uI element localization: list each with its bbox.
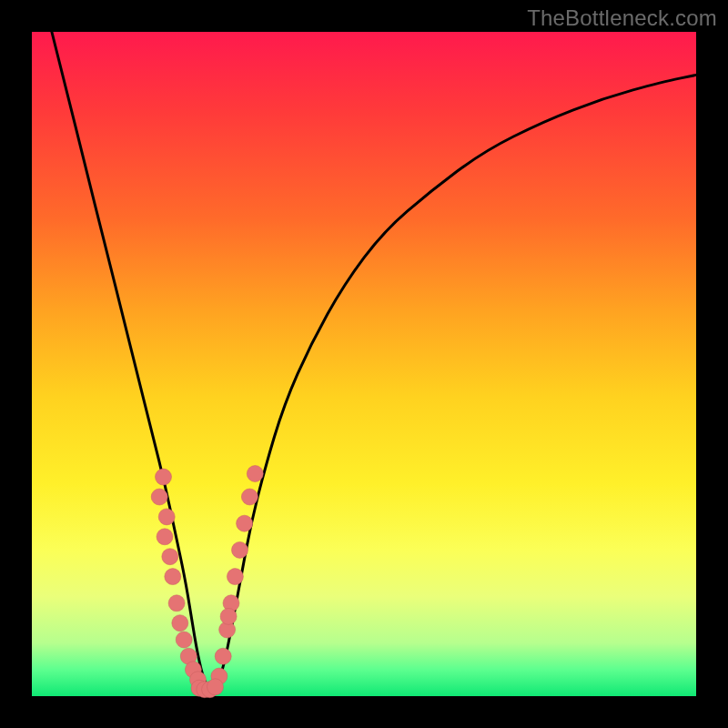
data-marker <box>207 679 224 695</box>
data-marker <box>151 489 167 505</box>
data-marker <box>168 595 185 612</box>
data-marker <box>172 615 188 632</box>
data-marker <box>232 541 248 558</box>
data-marker <box>215 648 231 664</box>
data-marker <box>157 529 173 545</box>
data-marker <box>165 569 181 585</box>
bottleneck-chart <box>0 0 728 728</box>
data-marker <box>237 515 253 531</box>
data-marker <box>220 608 237 624</box>
data-marker <box>156 469 172 485</box>
data-marker <box>227 569 243 585</box>
data-marker <box>158 509 175 525</box>
bottleneck-curve <box>52 32 696 688</box>
data-marker <box>162 549 178 565</box>
data-marker <box>176 632 192 648</box>
data-marker <box>241 489 258 505</box>
data-marker <box>247 466 263 482</box>
